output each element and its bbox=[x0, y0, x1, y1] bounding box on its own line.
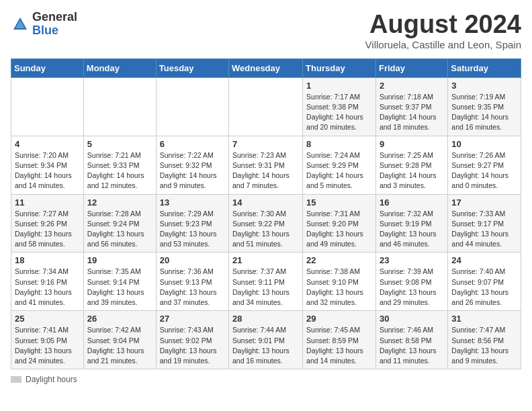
day-info: Sunrise: 7:27 AMSunset: 9:26 PMDaylight:… bbox=[15, 209, 80, 250]
calendar-header: SundayMondayTuesdayWednesdayThursdayFrid… bbox=[11, 58, 521, 77]
day-info: Sunrise: 7:25 AMSunset: 9:28 PMDaylight:… bbox=[380, 150, 444, 191]
day-number: 11 bbox=[15, 197, 80, 208]
day-info: Sunrise: 7:30 AMSunset: 9:22 PMDaylight:… bbox=[232, 209, 299, 250]
week-row-3: 18Sunrise: 7:34 AMSunset: 9:16 PMDayligh… bbox=[11, 253, 521, 311]
day-cell: 17Sunrise: 7:33 AMSunset: 9:17 PMDayligh… bbox=[448, 194, 521, 253]
day-cell: 4Sunrise: 7:20 AMSunset: 9:34 PMDaylight… bbox=[11, 136, 84, 194]
day-number: 25 bbox=[15, 314, 80, 324]
day-info: Sunrise: 7:17 AMSunset: 9:38 PMDaylight:… bbox=[306, 92, 372, 133]
day-number: 13 bbox=[160, 197, 225, 208]
day-cell: 27Sunrise: 7:43 AMSunset: 9:02 PMDayligh… bbox=[156, 311, 228, 369]
header-cell-monday: Monday bbox=[83, 58, 156, 77]
daylight-label: Daylight hours bbox=[26, 375, 77, 384]
day-cell: 29Sunrise: 7:45 AMSunset: 8:59 PMDayligh… bbox=[303, 311, 376, 369]
footer: Daylight hours bbox=[11, 375, 521, 384]
day-info: Sunrise: 7:46 AMSunset: 8:58 PMDaylight:… bbox=[380, 325, 444, 366]
day-number: 30 bbox=[380, 314, 444, 324]
calendar-table: SundayMondayTuesdayWednesdayThursdayFrid… bbox=[11, 58, 521, 369]
day-number: 22 bbox=[306, 255, 372, 265]
day-info: Sunrise: 7:24 AMSunset: 9:29 PMDaylight:… bbox=[306, 150, 372, 191]
day-info: Sunrise: 7:32 AMSunset: 9:19 PMDaylight:… bbox=[380, 209, 444, 250]
day-info: Sunrise: 7:44 AMSunset: 9:01 PMDaylight:… bbox=[232, 325, 299, 366]
day-cell: 23Sunrise: 7:39 AMSunset: 9:08 PMDayligh… bbox=[375, 253, 447, 311]
day-cell: 16Sunrise: 7:32 AMSunset: 9:19 PMDayligh… bbox=[375, 194, 447, 253]
day-cell: 28Sunrise: 7:44 AMSunset: 9:01 PMDayligh… bbox=[229, 311, 303, 369]
day-number: 23 bbox=[380, 255, 444, 265]
day-number: 9 bbox=[380, 139, 444, 149]
calendar-title: August 2024 bbox=[365, 11, 521, 39]
day-cell: 1Sunrise: 7:17 AMSunset: 9:38 PMDaylight… bbox=[303, 77, 376, 136]
day-info: Sunrise: 7:18 AMSunset: 9:37 PMDaylight:… bbox=[380, 92, 444, 133]
header-cell-tuesday: Tuesday bbox=[156, 58, 228, 77]
day-cell: 15Sunrise: 7:31 AMSunset: 9:20 PMDayligh… bbox=[303, 194, 376, 253]
day-cell: 24Sunrise: 7:40 AMSunset: 9:07 PMDayligh… bbox=[448, 253, 521, 311]
day-number: 19 bbox=[87, 255, 152, 265]
day-cell bbox=[83, 77, 156, 136]
day-info: Sunrise: 7:37 AMSunset: 9:11 PMDaylight:… bbox=[232, 267, 299, 308]
logo-blue-text: Blue bbox=[32, 24, 77, 38]
day-info: Sunrise: 7:42 AMSunset: 9:04 PMDaylight:… bbox=[87, 325, 152, 366]
day-cell: 21Sunrise: 7:37 AMSunset: 9:11 PMDayligh… bbox=[229, 253, 303, 311]
day-info: Sunrise: 7:31 AMSunset: 9:20 PMDaylight:… bbox=[306, 209, 372, 250]
day-cell: 12Sunrise: 7:28 AMSunset: 9:24 PMDayligh… bbox=[83, 194, 156, 253]
day-info: Sunrise: 7:34 AMSunset: 9:16 PMDaylight:… bbox=[15, 267, 80, 308]
day-number: 15 bbox=[306, 197, 372, 208]
day-number: 16 bbox=[380, 197, 444, 208]
day-info: Sunrise: 7:29 AMSunset: 9:23 PMDaylight:… bbox=[160, 209, 225, 250]
day-info: Sunrise: 7:35 AMSunset: 9:14 PMDaylight:… bbox=[87, 267, 152, 308]
day-info: Sunrise: 7:36 AMSunset: 9:13 PMDaylight:… bbox=[160, 267, 225, 308]
day-number: 17 bbox=[451, 197, 517, 208]
day-cell: 5Sunrise: 7:21 AMSunset: 9:33 PMDaylight… bbox=[83, 136, 156, 194]
day-number: 24 bbox=[451, 255, 517, 265]
day-info: Sunrise: 7:39 AMSunset: 9:08 PMDaylight:… bbox=[380, 267, 444, 308]
day-cell: 30Sunrise: 7:46 AMSunset: 8:58 PMDayligh… bbox=[375, 311, 447, 369]
day-number: 2 bbox=[380, 81, 444, 91]
day-cell: 22Sunrise: 7:38 AMSunset: 9:10 PMDayligh… bbox=[303, 253, 376, 311]
logo-icon bbox=[11, 15, 30, 34]
day-cell: 25Sunrise: 7:41 AMSunset: 9:05 PMDayligh… bbox=[11, 311, 84, 369]
daylight-box bbox=[11, 376, 21, 383]
week-row-1: 4Sunrise: 7:20 AMSunset: 9:34 PMDaylight… bbox=[11, 136, 521, 194]
day-number: 8 bbox=[306, 139, 372, 149]
day-cell: 26Sunrise: 7:42 AMSunset: 9:04 PMDayligh… bbox=[83, 311, 156, 369]
day-cell bbox=[156, 77, 228, 136]
header-cell-sunday: Sunday bbox=[11, 58, 84, 77]
day-info: Sunrise: 7:45 AMSunset: 8:59 PMDaylight:… bbox=[306, 325, 372, 366]
day-cell bbox=[229, 77, 303, 136]
day-cell: 2Sunrise: 7:18 AMSunset: 9:37 PMDaylight… bbox=[375, 77, 447, 136]
day-number: 10 bbox=[451, 139, 517, 149]
day-number: 26 bbox=[87, 314, 152, 324]
day-info: Sunrise: 7:40 AMSunset: 9:07 PMDaylight:… bbox=[451, 267, 517, 308]
day-cell: 9Sunrise: 7:25 AMSunset: 9:28 PMDaylight… bbox=[375, 136, 447, 194]
header-cell-saturday: Saturday bbox=[448, 58, 521, 77]
day-number: 3 bbox=[451, 81, 517, 91]
header-cell-thursday: Thursday bbox=[303, 58, 376, 77]
day-cell: 3Sunrise: 7:19 AMSunset: 9:35 PMDaylight… bbox=[448, 77, 521, 136]
day-cell: 10Sunrise: 7:26 AMSunset: 9:27 PMDayligh… bbox=[448, 136, 521, 194]
day-info: Sunrise: 7:19 AMSunset: 9:35 PMDaylight:… bbox=[451, 92, 517, 133]
day-cell: 13Sunrise: 7:29 AMSunset: 9:23 PMDayligh… bbox=[156, 194, 228, 253]
day-cell: 31Sunrise: 7:47 AMSunset: 8:56 PMDayligh… bbox=[448, 311, 521, 369]
day-number: 14 bbox=[232, 197, 299, 208]
calendar-body: 1Sunrise: 7:17 AMSunset: 9:38 PMDaylight… bbox=[11, 77, 521, 369]
logo-text: General Blue bbox=[32, 11, 77, 38]
day-number: 27 bbox=[160, 314, 225, 324]
header-row: SundayMondayTuesdayWednesdayThursdayFrid… bbox=[11, 58, 521, 77]
day-number: 4 bbox=[15, 139, 80, 149]
day-cell: 14Sunrise: 7:30 AMSunset: 9:22 PMDayligh… bbox=[229, 194, 303, 253]
calendar-subtitle: Villoruela, Castille and Leon, Spain bbox=[365, 39, 521, 50]
day-number: 28 bbox=[232, 314, 299, 324]
day-number: 6 bbox=[160, 139, 225, 149]
day-cell: 6Sunrise: 7:22 AMSunset: 9:32 PMDaylight… bbox=[156, 136, 228, 194]
day-info: Sunrise: 7:41 AMSunset: 9:05 PMDaylight:… bbox=[15, 325, 80, 366]
day-number: 21 bbox=[232, 255, 299, 265]
logo: General Blue bbox=[11, 11, 77, 38]
day-info: Sunrise: 7:43 AMSunset: 9:02 PMDaylight:… bbox=[160, 325, 225, 366]
day-number: 7 bbox=[232, 139, 299, 149]
day-info: Sunrise: 7:28 AMSunset: 9:24 PMDaylight:… bbox=[87, 209, 152, 250]
day-number: 18 bbox=[15, 255, 80, 265]
header-cell-friday: Friday bbox=[375, 58, 447, 77]
day-cell bbox=[11, 77, 84, 136]
day-cell: 20Sunrise: 7:36 AMSunset: 9:13 PMDayligh… bbox=[156, 253, 228, 311]
day-info: Sunrise: 7:21 AMSunset: 9:33 PMDaylight:… bbox=[87, 150, 152, 191]
